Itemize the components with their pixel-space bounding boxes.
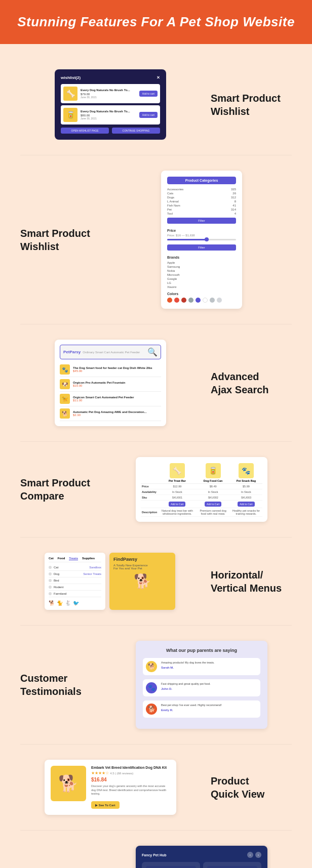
testimonial-item-3: 🐕 Best pet shop I've ever used. Highly r…: [143, 700, 260, 718]
compare-add-2[interactable]: Add to Cart: [205, 502, 221, 507]
qv-add-to-cart-btn[interactable]: ▶ See To Cart: [91, 801, 120, 809]
compare-add-1[interactable]: Add to Cart: [169, 502, 185, 507]
filter-btn-2[interactable]: Filter: [167, 244, 236, 251]
compare-th-product1: 🦴 Pet Treat Bar: [158, 462, 196, 484]
color-gray[interactable]: [188, 298, 193, 303]
compare-row-btn: Add to Cart Add to Cart Add to Cart: [141, 501, 262, 508]
compare-label-price: Price: [141, 484, 158, 489]
search-logo: PetParsy: [63, 350, 81, 354]
compare-row-availability: Availability In Stock In Stock In Stock: [141, 489, 262, 495]
wishlist-item-img-1: 🦴: [63, 87, 77, 101]
compare-header-row: 🦴 Pet Treat Bar 🥫 Dog Food Can 🐾 Pet Sna…: [141, 462, 262, 484]
compare-add-3[interactable]: Add to Cart: [238, 502, 254, 507]
color-lightgray[interactable]: [210, 298, 215, 303]
compare-sku-1: SKU001: [158, 495, 196, 501]
vmenu-header: Cat Food Treats Supplies: [49, 557, 101, 562]
testimonial-avatar-1: 🐕: [146, 661, 157, 672]
dark-test-cards: 🐶 ★★★★★ Pet Supplement Dog... $12.00 $6.…: [142, 862, 261, 868]
filter-cat-fishnam: Fish Nam41: [167, 203, 236, 208]
filter-brand-samsung: Samsung: [167, 265, 236, 269]
compare-desc-1: Natural dog treat bar with wholesome ing…: [158, 508, 196, 517]
search-icon[interactable]: 🔍: [147, 347, 158, 357]
qv-product-title: Embark Vet Breed Identification Dog DNA …: [91, 766, 170, 769]
feature-image-filter: Product Categories Accessories335 Cats26…: [111, 171, 292, 309]
compare-row-desc: Description Natural dog treat bar with w…: [141, 508, 262, 517]
vmenu-item-rodent-label: Rodent: [54, 586, 63, 589]
wishlist-footer: OPEN WISHLIST PAGE CONTINUE SHOPPING: [61, 128, 160, 134]
wishlist-item-info-1: Every Dog Naturals No Brush To... $79.00…: [81, 89, 136, 98]
search-result-name-4: Automatic Pet Dog Amazing AWE and Decora…: [73, 410, 147, 414]
filter-brand-google: Google: [167, 277, 236, 281]
testimonial-item-1: 🐕 Amazing products! My dog loves the tre…: [143, 658, 260, 675]
dark-test-nav: ‹ ›: [247, 852, 261, 858]
filter-price-slider[interactable]: [167, 239, 236, 240]
feature-label-testimonials1: CustomerTestimonials: [20, 672, 101, 698]
wishlist-add-to-cart-1[interactable]: Add to cart: [139, 91, 158, 97]
feature-image-wishlist1: wishlist(2) ✕ 🦴 Every Dog Naturals No Br…: [20, 69, 201, 140]
wishlist-item-1: 🦴 Every Dog Naturals No Brush To... $79.…: [61, 84, 160, 103]
search-result-4: 🐕 Automatic Pet Dog Amazing AWE and Deco…: [60, 406, 161, 421]
vmenu-tab-treats[interactable]: Treats: [69, 557, 78, 560]
search-result-2: 🐶 Orgicon Pro Automatic Pet Fountain $10…: [60, 377, 161, 392]
testimonials-mockup: What our pup parents are saying 🐕 Amazin…: [136, 641, 267, 729]
page-title: Stunning Features For A Pet Shop Website: [10, 14, 302, 30]
wishlist-item-img-2: 🥫: [63, 108, 77, 122]
filter-brand-xiaomi: Xiaomi: [167, 285, 236, 289]
feature-image-quickview: 🐕 Embark Vet Breed Identification Dog DN…: [20, 760, 201, 815]
filter-brands-title: Brands: [167, 256, 236, 259]
open-wishlist-btn[interactable]: OPEN WISHLIST PAGE: [61, 128, 109, 134]
vmenu-tab-cat[interactable]: Cat: [49, 557, 54, 560]
color-red[interactable]: [174, 298, 179, 303]
testimonial-avatar-2: 🐾: [146, 682, 157, 693]
vmenu-tab-supplies[interactable]: Supplies: [82, 557, 95, 560]
feature-image-menus: Cat Food Treats Supplies Cat Sandbox Dog…: [20, 553, 201, 610]
compare-th-product2: 🥫 Dog Food Can: [196, 462, 229, 484]
testimonial-author-2: John D.: [161, 687, 211, 690]
compare-row-sku: Sku SKU001 SKU002 SKU003: [141, 495, 262, 501]
wishlist-logo: wishlist(2): [61, 75, 81, 80]
filter-mockup: Product Categories Accessories335 Cats26…: [161, 171, 242, 309]
color-red2[interactable]: [181, 298, 186, 303]
vmenu-brand-icons: 🐕 🐈 🐇 🐦: [49, 600, 101, 606]
filter-btn-1[interactable]: Filter: [167, 218, 236, 224]
compare-btn-1: Add to Cart: [158, 501, 196, 508]
wishlist-item-date-1: June 30, 2021: [81, 96, 136, 99]
compare-avail-2: In Stock: [196, 489, 229, 495]
horizontal-menu: FindPawsy A Totally New ExperienceFor Yo…: [109, 553, 175, 610]
color-white[interactable]: [203, 298, 208, 303]
filter-colors-list: [167, 298, 236, 303]
color-silver[interactable]: [217, 298, 222, 303]
color-purple[interactable]: [196, 298, 201, 303]
qv-product-img: 🐕: [51, 766, 86, 801]
feature-section-wishlist1: Smart Product Wishlist wishlist(2) ✕ 🦴 E…: [0, 54, 312, 155]
feature-section-testimonials1: CustomerTestimonials What our pup parent…: [0, 626, 312, 744]
feature-image-testimonials1: What our pup parents are saying 🐕 Amazin…: [111, 641, 292, 729]
feature-label-filter: Smart ProductWishlist: [20, 227, 101, 253]
vmenu-item-dog-label: Dog: [54, 572, 59, 575]
testimonial-author-1: Sarah M.: [161, 666, 214, 669]
brand-icon-2: 🐈: [57, 600, 63, 606]
compare-btn-2: Add to Cart: [196, 501, 229, 508]
dark-test-next-btn[interactable]: ›: [255, 852, 261, 858]
compare-sku-3: SKU003: [230, 495, 262, 501]
search-result-img-1: 🐾: [60, 364, 70, 375]
wishlist-add-to-cart-2[interactable]: Add to cart: [139, 112, 158, 118]
compare-desc-2: Premium canned dog food with real meat.: [196, 508, 229, 517]
qv-reviews: 4.5 | (68 reviews): [110, 772, 133, 775]
wishlist-item-info-2: Every Dog Naturals No Brush To... $80.00…: [81, 110, 136, 119]
hmenu-logo: FindPawsy: [113, 557, 171, 562]
dark-test-card-2: 🐾 ★★★★★ After Planet Not For... $12.00 $…: [203, 862, 261, 868]
feature-image-search: PetParsy Ordinary Smart Cart Automatic P…: [20, 340, 201, 426]
compare-avail-1: In Stock: [158, 489, 196, 495]
vmenu-item-dog: Dog Senior Treats: [49, 571, 101, 577]
filter-price-range: Price: $16 — $1,638: [167, 234, 236, 237]
dark-test-prev-btn[interactable]: ‹: [247, 852, 253, 858]
search-result-3: 🦮 Orgicon Smart Cart Automated Pet Feede…: [60, 392, 161, 406]
quickview-mockup: 🐕 Embark Vet Breed Identification Dog DN…: [45, 760, 176, 815]
color-orange[interactable]: [167, 298, 172, 303]
vmenu-item-rodent: Rodent: [49, 584, 101, 591]
compare-desc-3: Healthy pet snacks for training rewards.: [230, 508, 262, 517]
page-header: Stunning Features For A Pet Shop Website: [0, 0, 312, 44]
continue-shopping-btn[interactable]: CONTINUE SHOPPING: [112, 128, 160, 134]
vmenu-tab-food[interactable]: Food: [58, 557, 65, 560]
